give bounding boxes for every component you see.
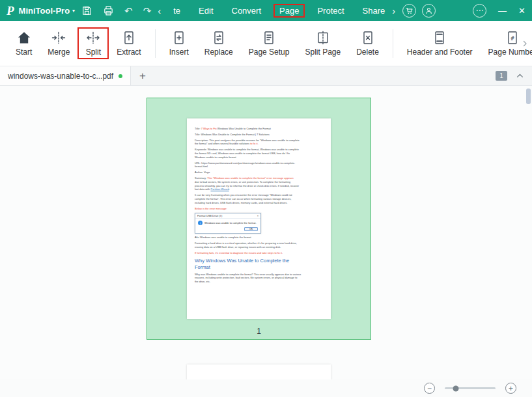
page-number-icon: # (505, 30, 520, 46)
undo-icon[interactable]: ↶ (124, 6, 133, 16)
tabbar-right-controls: 1 (496, 71, 524, 81)
ribbon-button-label: Merge (48, 48, 70, 57)
ribbon-button-start[interactable]: Start (8, 27, 40, 59)
ribbon-button-insert[interactable]: Insert (161, 27, 197, 59)
ribbon-button-split-page[interactable]: Split Page (297, 27, 348, 59)
document-tabbar: windows-was-unable-to-c...pdf + 1 (0, 66, 532, 86)
embedded-dialog-body: iWindows was unable to complete the form… (195, 219, 260, 226)
embedded-dialog-footer: OK (195, 226, 260, 233)
merge-icon (51, 30, 66, 46)
ribbon-separator (155, 29, 156, 58)
menu-item-edit[interactable]: Edit (193, 4, 219, 18)
extract-icon (121, 30, 137, 46)
ribbon-button-label: Insert (169, 48, 189, 57)
doc-line: Author: Vega (195, 171, 323, 174)
ribbon-button-page-setup[interactable]: Page Setup (241, 27, 298, 59)
header-footer-icon (432, 30, 447, 46)
collapse-panel-icon[interactable] (516, 72, 524, 80)
menu-item-share[interactable]: Share (357, 4, 391, 18)
ribbon-button-header-and-footer[interactable]: Header and Footer (399, 27, 481, 59)
ribbon-button-merge[interactable]: Merge (40, 27, 77, 59)
print-icon[interactable] (103, 5, 114, 16)
add-tab-button[interactable]: + (139, 70, 146, 81)
ribbon-separator (393, 29, 393, 58)
ribbon-button-extract[interactable]: Extract (109, 27, 148, 59)
document-tab[interactable]: windows-was-unable-to-c...pdf (0, 66, 131, 85)
minimize-button[interactable]: — (498, 7, 507, 15)
page-number-label: 1 (147, 327, 371, 336)
titlebar-menus: teEditConvertPageProtectShare (167, 4, 391, 18)
doc-line: the format" and offers several feasible … (195, 142, 323, 146)
ribbon-button-label: Start (16, 48, 32, 57)
pdf-page-thumbnail[interactable]: Title: 7 Ways to Fix Windows Was Unable … (187, 118, 331, 319)
ribbon-button-label: Split Page (305, 48, 341, 57)
menu-scroll-right-icon[interactable]: › (392, 5, 395, 16)
close-button[interactable]: ✕ (518, 7, 525, 15)
zoom-out-button[interactable]: − (424, 383, 435, 394)
zoom-slider[interactable] (445, 387, 496, 389)
menu-scroll-left-icon[interactable]: ‹ (158, 5, 161, 16)
split-page-icon (315, 30, 331, 46)
page-indicator-badge[interactable]: 1 (496, 71, 507, 81)
ribbon-button-label: Replace (204, 48, 233, 57)
doc-line: Title: Windows Was Unable to Complete th… (195, 133, 323, 137)
ribbon-button-label: Split (86, 48, 101, 57)
page-setup-icon (261, 30, 277, 46)
scrollbar-thumb[interactable] (526, 89, 531, 104)
doc-line: Below is the error message: (195, 207, 323, 211)
doc-line: erasing data on a USB flash drive, or re… (195, 245, 323, 249)
doc-heading: Format (195, 264, 323, 271)
more-icon: ⋯ (476, 7, 484, 14)
embedded-dialog-titlebar: Format USB Drive (I:)× (195, 213, 260, 219)
app-dropdown-caret-icon[interactable]: ▾ (72, 8, 75, 14)
menu-item-convert[interactable]: Convert (226, 4, 268, 18)
zoom-in-button[interactable]: + (505, 383, 516, 394)
menu-item-page[interactable]: Page (273, 4, 305, 18)
ribbon-button-delete[interactable]: Delete (348, 27, 387, 59)
save-icon[interactable] (81, 5, 92, 16)
redo-icon[interactable]: ↷ (143, 6, 152, 16)
doc-line: If formatting fails, it's essential to d… (195, 251, 323, 255)
cart-icon (405, 7, 413, 15)
doc-line: the drive, etc. (195, 280, 323, 284)
zoom-slider-thumb[interactable] (453, 385, 459, 391)
vertical-scrollbar[interactable] (526, 89, 531, 377)
menu-item-te[interactable]: te (167, 4, 186, 18)
ribbon-button-split[interactable]: Split (77, 27, 109, 59)
more-button[interactable]: ⋯ (473, 4, 486, 18)
cart-button[interactable] (402, 4, 416, 18)
doc-line: Windows unable to complete format (195, 156, 323, 159)
app-logo: P (7, 5, 14, 17)
titlebar: P MiniTool-Pro ▾ ↶ ↷ ‹ teEditConvertPage… (0, 0, 532, 21)
selected-page-highlight[interactable]: Title: 7 Ways to Fix Windows Was Unable … (147, 98, 371, 340)
ribbon-button-replace[interactable]: Replace (197, 27, 241, 59)
doc-line: lost data with Partition Wizard. (195, 187, 323, 191)
replace-icon (211, 30, 227, 46)
account-button[interactable] (422, 4, 436, 18)
app-window: P MiniTool-Pro ▾ ↶ ↷ ‹ teEditConvertPage… (0, 0, 532, 397)
svg-text:#: # (511, 35, 514, 42)
menu-item-protect[interactable]: Protect (311, 4, 350, 18)
insert-icon (171, 30, 187, 46)
doc-line: format.html (195, 165, 323, 169)
unsaved-dot-icon (119, 74, 122, 78)
doc-line: Alt= Windows was unable to complete the … (195, 236, 323, 240)
info-icon: i (198, 221, 203, 225)
doc-line: Title: 7 Ways to Fix Windows Was Unable … (195, 127, 323, 131)
embedded-format-dialog: Format USB Drive (I:)×iWindows was unabl… (195, 213, 261, 234)
ribbon-button-label: Header and Footer (407, 48, 473, 57)
doc-heading: Why Windows Was Unable to Complete the (195, 258, 323, 264)
page-canvas: Title: 7 Ways to Fix Windows Was Unable … (0, 86, 532, 397)
ribbon-expand-icon[interactable] (521, 40, 529, 48)
ribbon-button-label: Extract (117, 48, 141, 57)
home-icon (16, 30, 32, 46)
account-icon (425, 7, 433, 15)
zoom-footer: − + (0, 379, 532, 397)
embedded-dialog-close-icon: × (257, 214, 259, 217)
delete-icon (360, 30, 376, 46)
ribbon-button-label: Page Number (488, 48, 532, 57)
ribbon-button-label: Page Setup (249, 48, 290, 57)
ribbon-toolbar: StartMergeSplitExtractInsertReplacePage … (0, 21, 532, 66)
app-title: MiniTool-Pro (19, 6, 70, 16)
embedded-dialog-ok-button: OK (244, 227, 258, 231)
